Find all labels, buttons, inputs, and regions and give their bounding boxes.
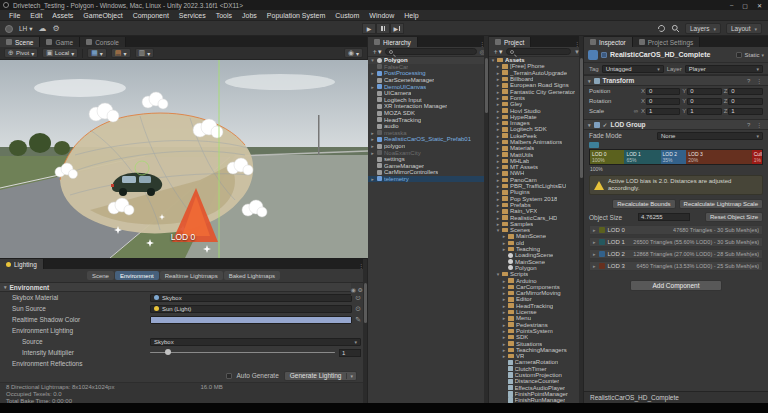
generate-lighting-button[interactable]: Generate Lighting▾ (284, 371, 357, 381)
inspector-tab[interactable]: Project Settings (633, 37, 701, 47)
lighting-mode-tab[interactable]: Baked Lightmaps (224, 271, 280, 280)
foldout-arrow[interactable]: ▸ (496, 196, 500, 202)
hierarchy-item[interactable]: CarSceneManager (368, 77, 488, 84)
create-asset-button[interactable]: ＋▾ (492, 47, 503, 57)
foldout-arrow[interactable]: ▸ (496, 114, 500, 120)
foldout-arrow[interactable]: ▸ (502, 334, 506, 340)
hierarchy-item[interactable]: ▸ NoaExamCity (368, 149, 488, 156)
grid-visibility-button[interactable]: ▥▾ (135, 48, 155, 58)
hierarchy-item[interactable]: ▸ telemetry (368, 176, 488, 183)
recalculate-lightmap-button[interactable]: Recalculate Lightmap Scale (679, 199, 763, 209)
add-component-button[interactable]: Add Component (630, 280, 722, 291)
foldout-arrow[interactable]: ▸ (496, 189, 500, 195)
static-toggle[interactable]: Static ▾ (736, 52, 764, 58)
foldout-arrow[interactable]: ▸ (496, 170, 500, 176)
shadow-color-swatch[interactable] (150, 316, 352, 324)
foldout-arrow[interactable]: ▸ (496, 126, 500, 132)
foldout-arrow[interactable]: ▾ (496, 227, 500, 233)
inspector-tab[interactable]: Inspector (584, 37, 633, 47)
x-field[interactable]: 0 (646, 88, 680, 95)
maximize-button[interactable]: ▢ (742, 2, 748, 9)
eyedropper-icon[interactable]: ✎ (355, 316, 361, 324)
foldout-arrow[interactable]: ▸ (502, 341, 506, 347)
hierarchy-item[interactable]: FalseCar (368, 64, 488, 71)
snap-increment-button[interactable]: ▤▾ (111, 48, 131, 58)
y-field[interactable]: 0 (687, 98, 721, 105)
foldout-arrow[interactable]: ▸ (370, 150, 375, 156)
view-tab[interactable]: Scene (0, 37, 40, 47)
recalculate-bounds-button[interactable]: Recalculate Bounds (612, 199, 675, 209)
gameobject-name[interactable]: RealisticCarOS_HD_Complete (610, 51, 733, 58)
foldout-arrow[interactable]: ▸ (370, 84, 375, 90)
foldout-arrow[interactable]: ▸ (502, 322, 506, 328)
foldout-arrow[interactable]: ▸ (496, 120, 500, 126)
foldout-arrow[interactable]: ▸ (502, 328, 506, 334)
foldout-arrow[interactable]: ▸ (496, 108, 500, 114)
play-button[interactable]: ▶ (362, 23, 376, 34)
services-gear-icon[interactable]: ⚙ (52, 24, 59, 34)
foldout-arrow[interactable]: ▸ (496, 208, 500, 214)
lod-segment[interactable]: LOD 0 100% (590, 150, 624, 164)
lod-camera-icon[interactable] (589, 142, 599, 148)
project-item[interactable]: ▸ Fantastic City Generator (489, 88, 583, 94)
foldout-arrow[interactable]: ▸ (496, 183, 500, 189)
foldout-arrow[interactable]: ▸ (496, 164, 500, 170)
z-field[interactable]: 0 (728, 88, 763, 95)
y-field[interactable]: 1 (687, 108, 721, 115)
hierarchy-search-input[interactable] (385, 48, 477, 55)
foldout-arrow[interactable]: ▸ (496, 152, 500, 158)
lod-row[interactable]: ▸ LOD 2 12868 Triangles (27.00% LOD0) - … (589, 249, 763, 259)
x-field[interactable]: 0 (646, 98, 680, 105)
foldout-arrow[interactable]: ▸ (496, 101, 500, 107)
lod-row[interactable]: ▸ LOD 1 26500 Triangles (55.60% LOD0) - … (589, 237, 763, 247)
hierarchy-item[interactable]: audio (368, 123, 488, 130)
hierarchy-item[interactable]: XR Interaction Manager (368, 103, 488, 110)
foldout-arrow[interactable]: ▸ (502, 246, 506, 252)
menu-item[interactable]: Services (174, 12, 211, 19)
fade-mode-dropdown[interactable]: None▾ (657, 132, 763, 140)
hierarchy-item[interactable]: ▸ RealisticCarOS_Static_Prefab01 (368, 136, 488, 143)
foldout-arrow[interactable]: ▸ (502, 347, 506, 353)
account-button[interactable]: LH ▾ (19, 25, 32, 33)
auto-generate-checkbox[interactable] (226, 373, 232, 379)
tool-handle-pivot-dropdown[interactable]: ⊕Pivot▾ (4, 48, 38, 58)
lod-segment[interactable]: LOD 3 20% (686, 150, 751, 164)
foldout-arrow[interactable]: ▸ (496, 202, 500, 208)
lighting-mode-tab[interactable]: Scene (87, 271, 114, 280)
undo-history-icon[interactable] (657, 24, 666, 33)
foldout-arrow[interactable]: ▸ (496, 158, 500, 164)
foldout-arrow[interactable]: ▸ (502, 284, 506, 290)
layer-dropdown[interactable]: Player▾ (685, 65, 763, 73)
lighting-scrollbar[interactable] (363, 259, 367, 403)
view-tab[interactable]: Console (80, 37, 126, 47)
lodgroup-component-header[interactable]: ▾ ✓ LOD Group ? ⋮ (584, 119, 768, 130)
layers-dropdown[interactable]: Layers▾ (685, 23, 721, 34)
pause-button[interactable] (376, 23, 390, 34)
layout-dropdown[interactable]: Layout▾ (726, 23, 762, 34)
x-field[interactable]: 1 (646, 108, 680, 115)
minimize-button[interactable]: – (730, 2, 733, 9)
component-menu-icons[interactable]: ? ⋮ (747, 77, 764, 84)
cloud-icon[interactable]: ☁ (38, 24, 46, 34)
hierarchy-item[interactable]: GameManager (368, 163, 488, 170)
foldout-arrow[interactable]: ▸ (370, 130, 375, 136)
tab-lighting[interactable]: Lighting (0, 259, 44, 269)
foldout-arrow[interactable]: ▸ (370, 70, 375, 76)
foldout-arrow[interactable]: ▸ (496, 76, 500, 82)
skybox-material-field[interactable]: Skybox (150, 294, 352, 302)
menu-item[interactable]: Edit (25, 12, 47, 19)
scene-viewport[interactable]: LOD 0 (0, 60, 368, 258)
intensity-value-field[interactable]: 1 (339, 349, 361, 357)
foldout-arrow[interactable]: ▸ (502, 296, 506, 302)
project-scrollbar[interactable] (579, 36, 583, 403)
account-avatar[interactable] (5, 25, 13, 33)
foldout-arrow[interactable]: ▸ (496, 139, 500, 145)
tab-hierarchy[interactable]: Hierarchy (368, 37, 418, 47)
lod-row[interactable]: ▸ LOD 3 6450 Triangles (13.53% LOD0) - 2… (589, 261, 763, 271)
foldout-arrow[interactable]: ▸ (496, 70, 500, 76)
step-button[interactable]: ▶ (390, 23, 404, 34)
tool-handle-rotation-dropdown[interactable]: ▣Local▾ (42, 48, 78, 58)
environment-section-header[interactable]: ▾Environment (0, 282, 367, 292)
foldout-arrow[interactable]: ▸ (502, 290, 506, 296)
menu-item[interactable]: GameObject (78, 12, 127, 19)
